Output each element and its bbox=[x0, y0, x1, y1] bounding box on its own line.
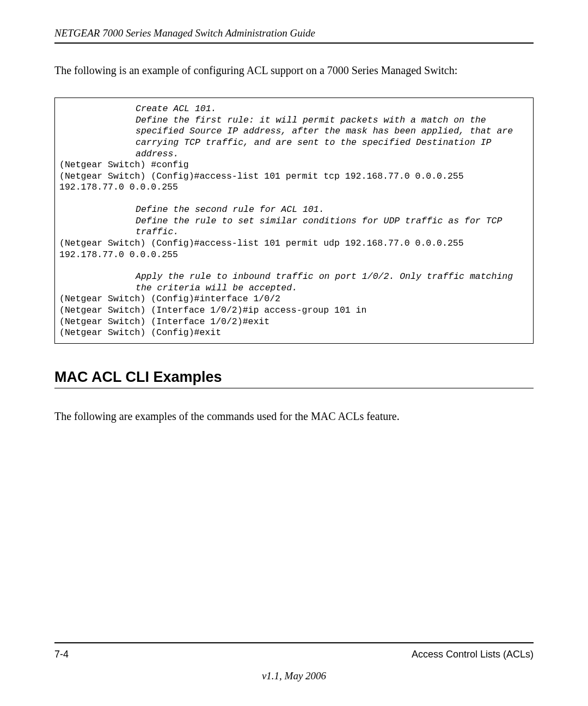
footer-version: v1.1, May 2006 bbox=[54, 670, 534, 682]
intro-paragraph: The following is an example of configuri… bbox=[54, 64, 534, 77]
header-rule bbox=[54, 42, 534, 44]
page-footer: 7-4 Access Control Lists (ACLs) v1.1, Ma… bbox=[54, 642, 534, 682]
code-comment: Apply the rule to inbound traffic on por… bbox=[59, 271, 529, 294]
running-header: NETGEAR 7000 Series Managed Switch Admin… bbox=[54, 27, 534, 39]
code-comment: Create ACL 101. bbox=[59, 104, 529, 115]
code-comment: Define the rule to set similar condition… bbox=[59, 216, 529, 238]
code-comment: Define the second rule for ACL 101. bbox=[59, 204, 529, 216]
section-rule bbox=[54, 388, 534, 388]
chapter-title: Access Control Lists (ACLs) bbox=[412, 649, 534, 660]
code-line: (Netgear Switch) (Config)#access-list 10… bbox=[59, 171, 529, 193]
code-comment: Define the first rule: it will permit pa… bbox=[59, 115, 529, 160]
code-gap bbox=[59, 193, 529, 204]
code-line: (Netgear Switch) #config bbox=[59, 160, 529, 171]
code-line: (Netgear Switch) (Config)#exit bbox=[59, 327, 529, 339]
code-example-box: Create ACL 101. Define the first rule: i… bbox=[54, 98, 534, 344]
code-line: (Netgear Switch) (Interface 1/0/2)#ip ac… bbox=[59, 305, 529, 317]
code-line: (Netgear Switch) (Interface 1/0/2)#exit bbox=[59, 317, 529, 328]
footer-line: 7-4 Access Control Lists (ACLs) bbox=[54, 649, 534, 660]
code-line: (Netgear Switch) (Config)#interface 1/0/… bbox=[59, 294, 529, 305]
page-container: NETGEAR 7000 Series Managed Switch Admin… bbox=[0, 0, 588, 706]
code-line: (Netgear Switch) (Config)#access-list 10… bbox=[59, 238, 529, 260]
page-number: 7-4 bbox=[54, 649, 69, 660]
section-paragraph: The following are examples of the comman… bbox=[54, 410, 534, 423]
code-gap bbox=[59, 260, 529, 271]
footer-rule bbox=[54, 642, 534, 643]
section-heading: MAC ACL CLI Examples bbox=[54, 369, 534, 386]
